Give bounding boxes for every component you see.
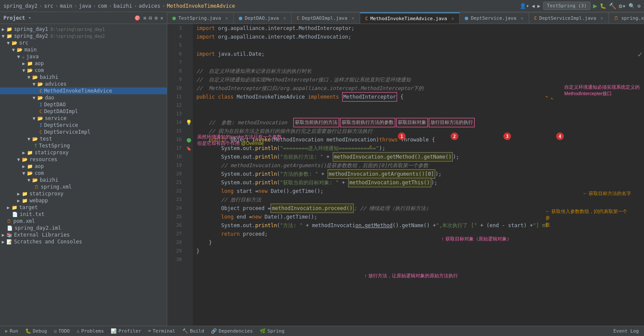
sidebar-item-deptserviceimpl[interactable]: C DeptServiceImpl [0, 129, 167, 135]
spring-status[interactable]: 🌿 Spring [260, 328, 285, 334]
nav-back-icon[interactable]: ◀ [532, 3, 535, 9]
event-log[interactable]: Event Log [613, 328, 639, 334]
run-button[interactable]: ▶ [593, 2, 597, 10]
ln-20: 20 [170, 170, 182, 178]
tab-deptdaoimpl[interactable]: C DeptDAOImpl.java ✕ [292, 12, 360, 24]
sidebar-item-com[interactable]: ▼ 📂 com [0, 67, 167, 74]
tab-methodadvice[interactable]: C MethodInvokeTimeAdvice.java ✕ [360, 12, 460, 24]
settings-icon[interactable]: ⚙ [638, 3, 641, 9]
interface-icon-service: I [39, 123, 42, 128]
tab-icon-active: C [365, 16, 368, 21]
sidebar-icon-settings[interactable]: ⚙ [155, 15, 158, 21]
ln-16: 16 [170, 135, 182, 144]
sidebar-item-iml[interactable]: 📄 spring_day2.iml [0, 225, 167, 231]
sidebar-item-deptdaoimpl[interactable]: C DeptDAOImpl [0, 108, 167, 115]
sidebar-item-method-invoke[interactable]: C MethodInvokeTimeAdvice [0, 87, 167, 94]
sidebar-item-dao[interactable]: ▼ 📂 dao [0, 94, 167, 101]
breadcrumb-baizhi[interactable]: baizhi [114, 3, 132, 9]
sidebar-item-main[interactable]: ▼ 📂 main [0, 46, 167, 53]
tab-close-deptserviceimpl[interactable]: ✕ [600, 15, 603, 21]
sidebar-item-test[interactable]: ▼ 📂 test [0, 135, 167, 142]
sidebar-item-com2[interactable]: ▼ 📂 com [0, 170, 167, 177]
str-26: "方法: " [280, 221, 303, 230]
tab-springxml[interactable]: 🗒 spring.xml ✕ [609, 12, 644, 24]
debug-status[interactable]: 🐛 Debug [25, 328, 47, 334]
sidebar-item-staticproxy2[interactable]: ▶ 📁 staticproxy [0, 190, 167, 197]
sidebar-item-aop2[interactable]: ▶ 📁 aop [0, 163, 167, 170]
dependencies-status[interactable]: 🔗 Dependencies [211, 328, 253, 334]
sidebar-item-deptdao[interactable]: I DeptDAO [0, 101, 167, 108]
build-button[interactable]: 🔨 [609, 3, 616, 9]
breadcrumb-java[interactable]: java [79, 3, 91, 9]
search-everywhere-icon[interactable]: 🔍 [629, 3, 635, 9]
profiler-status[interactable]: 📊 Profiler [111, 328, 141, 334]
sidebar-item-spring-day2[interactable]: ▼ 📁 spring_day2 D:\spring\spring_day2 [0, 33, 167, 39]
sidebar-item-ext-libs[interactable]: ▶ 📚 External Libraries [0, 231, 167, 238]
sidebar-item-resources[interactable]: ▼ 📂 resources [0, 156, 167, 163]
debug-button[interactable]: 🐛 [600, 3, 606, 9]
kw-import6: import [196, 50, 215, 58]
plain-26c: ().getName() + [393, 221, 436, 230]
main-icon: 📂 [17, 47, 23, 53]
breadcrumb-main[interactable]: main [60, 3, 72, 9]
terminal-status[interactable]: ⌨ Terminal [148, 328, 175, 334]
breadcrumb-src[interactable]: src [44, 3, 54, 9]
todo-status[interactable]: ☑ TODO [54, 328, 70, 334]
tab-close-deptdao[interactable]: ✕ [283, 15, 286, 21]
build-status[interactable]: 🔨 Build [182, 328, 204, 334]
tab-testspring[interactable]: TestSpring.java ✕ [167, 12, 234, 24]
collapse-icon-sp2: ▶ [17, 191, 20, 197]
sidebar-item-spring-day1[interactable]: ▶ 📁 spring_day1 D:\spring\spring_day1 [0, 26, 167, 33]
sidebar-icon-locate[interactable]: 🎯 [134, 15, 141, 21]
sidebar-item-springxml[interactable]: 🗒 spring.xml [0, 183, 167, 190]
sidebar-item-aop[interactable]: ▶ 📁 aop [0, 60, 167, 67]
method-println18: println [255, 153, 277, 161]
sidebar-icon-close[interactable]: ✕ [160, 15, 163, 21]
tab-deptservice[interactable]: DeptService.java ✕ [460, 12, 529, 24]
breadcrumb-spring-day2[interactable]: spring_day2 [3, 3, 37, 9]
tab-deptserviceimpl[interactable]: C DeptServiceImpl.java ✕ [529, 12, 609, 24]
sidebar-item-inittxt[interactable]: 📄 init.txt [0, 211, 167, 218]
sidebar-icon-collapse[interactable]: ⊟ [149, 15, 152, 21]
sidebar-toolbar: 🎯 ≡ ⊟ ⚙ ✕ [134, 15, 163, 21]
code-line-23: // 放行目标方法 [196, 195, 641, 204]
indent-23 [196, 195, 221, 204]
breadcrumb-advices[interactable]: advices [138, 3, 160, 9]
sidebar-item-staticproxy1[interactable]: ▶ 📁 staticproxy [0, 149, 167, 156]
sidebar-icon-expand[interactable]: ≡ [143, 15, 146, 21]
sidebar-item-java[interactable]: ▼ ☕ java [0, 53, 167, 60]
sidebar-item-advices[interactable]: ▼ 📂 advices [0, 81, 167, 87]
sidebar-item-service[interactable]: ▼ 📂 service [0, 115, 167, 122]
sidebar-item-target[interactable]: ▶ 📁 target [0, 204, 167, 211]
tab-close-deptservice[interactable]: ✕ [521, 15, 524, 21]
sidebar-item-baizhi[interactable]: ▼ 📂 baizhi [0, 74, 167, 81]
tab-close-testspring[interactable]: ✕ [225, 15, 228, 21]
breadcrumb-com[interactable]: com [98, 3, 107, 9]
run-config-dropdown[interactable]: TestSpring (3) [543, 2, 591, 10]
ln-10: 10 [170, 84, 182, 93]
tab-close-deptdaoimpl[interactable]: ✕ [352, 15, 355, 21]
expand-icon-java: ▼ [17, 54, 20, 60]
sidebar-item-deptservice[interactable]: I DeptService [0, 122, 167, 129]
nav-forward-icon[interactable]: ▶ [537, 3, 540, 9]
dependencies-label: Dependencies [219, 328, 253, 334]
sidebar-item-src[interactable]: ▼ 📂 src [0, 39, 167, 46]
sep3: › [74, 3, 77, 9]
run-status[interactable]: ▶ Run [5, 328, 18, 334]
file-tree: ▶ 📁 spring_day1 D:\spring\spring_day1 ▼ … [0, 24, 167, 326]
sidebar-item-testspring[interactable]: T TestSpring [0, 142, 167, 149]
more-run-options[interactable]: ⚙▾ [619, 3, 626, 9]
tab-deptdao[interactable]: DeptDAO.java ✕ [234, 12, 292, 24]
plain-18b: + [323, 153, 333, 161]
sidebar-item-scratches[interactable]: ▶ 📝 Scratches and Consoles [0, 238, 167, 245]
sidebar-item-baizhi2[interactable]: ▼ 📂 baizhi [0, 177, 167, 183]
sidebar-item-webapp[interactable]: ▶ 📁 webapp [0, 197, 167, 204]
problems-status[interactable]: ⚠ Problems [77, 328, 104, 334]
user-icon[interactable]: 👤▾ [520, 3, 529, 9]
code-content[interactable]: import org.aopalliance.intercept.MethodI… [193, 24, 644, 326]
breadcrumb-file[interactable]: MethodInvokeTimeAdvice [167, 3, 235, 9]
code-line-7 [196, 58, 641, 67]
sidebar-item-pomxml[interactable]: 🗒 pom.xml [0, 218, 167, 225]
tab-close-methodadvice[interactable]: ✕ [451, 16, 454, 21]
expand-icon-service: ▼ [33, 116, 36, 121]
